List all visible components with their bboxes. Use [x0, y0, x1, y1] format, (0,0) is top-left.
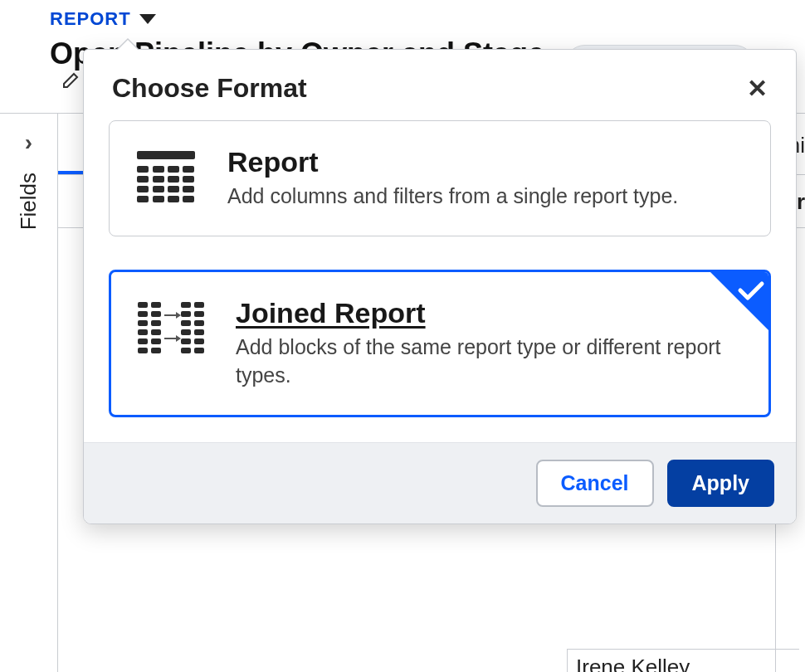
report-dropdown[interactable]: REPORT: [50, 8, 156, 30]
svg-rect-0: [137, 151, 195, 159]
svg-rect-5: [137, 176, 149, 183]
option-title: Joined Report: [236, 297, 742, 329]
option-title: Report: [227, 146, 744, 178]
svg-marker-42: [176, 312, 181, 319]
choose-format-modal: Choose Format ✕: [83, 49, 797, 524]
joined-table-icon: [138, 297, 204, 353]
svg-rect-21: [138, 320, 148, 326]
svg-rect-33: [181, 320, 191, 326]
close-icon[interactable]: ✕: [747, 76, 768, 101]
svg-rect-3: [168, 166, 179, 173]
svg-rect-13: [137, 196, 149, 202]
svg-rect-25: [138, 338, 148, 344]
svg-rect-8: [183, 176, 194, 183]
svg-rect-10: [153, 186, 164, 192]
fields-sidebar: › Fields: [0, 113, 58, 672]
table-cell: Irene Kelley: [567, 649, 799, 672]
option-description: Add columns and filters from a single re…: [227, 182, 744, 211]
svg-rect-30: [194, 302, 204, 308]
apply-button[interactable]: Apply: [667, 460, 774, 507]
svg-rect-27: [138, 348, 148, 353]
svg-rect-32: [194, 311, 204, 317]
svg-rect-9: [137, 186, 149, 192]
expand-sidebar-chevron[interactable]: ›: [25, 129, 32, 156]
svg-rect-7: [168, 176, 179, 183]
format-option-joined-report[interactable]: Joined Report Add blocks of the same rep…: [109, 270, 771, 417]
report-dropdown-label: REPORT: [50, 8, 131, 30]
svg-rect-23: [138, 329, 148, 335]
svg-rect-1: [137, 166, 149, 173]
svg-rect-22: [151, 320, 161, 326]
table-icon: [136, 146, 196, 202]
pencil-icon[interactable]: [60, 71, 80, 95]
cancel-button[interactable]: Cancel: [536, 460, 654, 507]
svg-rect-19: [138, 311, 148, 317]
caret-down-icon: [139, 14, 156, 24]
svg-rect-18: [151, 302, 161, 308]
svg-rect-17: [138, 302, 148, 308]
svg-rect-14: [153, 196, 164, 202]
svg-rect-35: [181, 329, 191, 335]
svg-rect-6: [153, 176, 164, 183]
svg-rect-31: [181, 311, 191, 317]
svg-rect-12: [183, 186, 194, 192]
svg-rect-16: [183, 196, 194, 202]
selected-check-icon: [710, 272, 768, 330]
svg-rect-28: [151, 348, 161, 353]
svg-rect-36: [194, 329, 204, 335]
svg-rect-20: [151, 311, 161, 317]
svg-rect-15: [168, 196, 179, 202]
svg-rect-24: [151, 329, 161, 335]
svg-rect-34: [194, 320, 204, 326]
svg-rect-11: [168, 186, 179, 192]
option-description: Add blocks of the same report type or di…: [236, 333, 742, 390]
format-option-report[interactable]: Report Add columns and filters from a si…: [109, 120, 771, 236]
svg-rect-26: [151, 338, 161, 344]
sidebar-label: Fields: [16, 173, 41, 230]
svg-rect-39: [181, 348, 191, 353]
svg-rect-37: [181, 338, 191, 344]
svg-rect-2: [153, 166, 164, 173]
svg-rect-40: [194, 348, 204, 353]
svg-rect-38: [194, 338, 204, 344]
svg-rect-4: [183, 166, 194, 173]
svg-marker-44: [176, 335, 181, 342]
modal-title: Choose Format: [112, 73, 307, 104]
svg-rect-29: [181, 302, 191, 308]
